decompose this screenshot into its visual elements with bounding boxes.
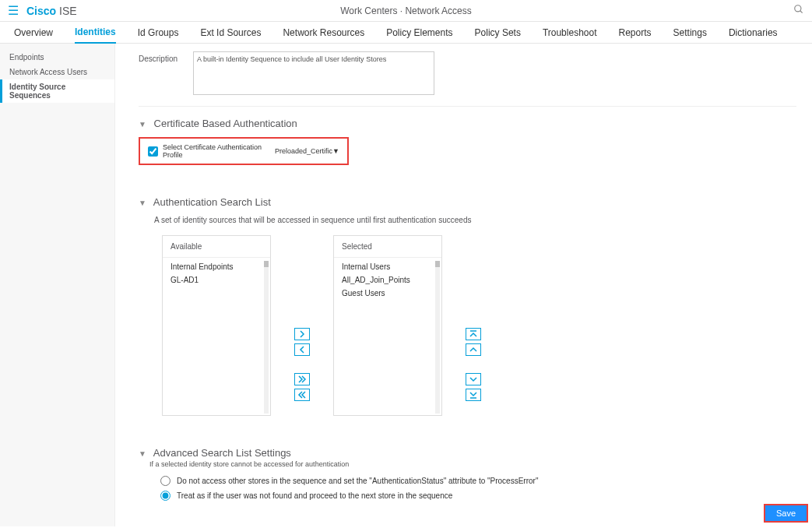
adv-section-title[interactable]: ▼ Advanced Search List Settings xyxy=(139,447,796,459)
tab-policy-sets[interactable]: Policy Sets xyxy=(475,23,521,43)
move-top-button[interactable] xyxy=(466,328,481,340)
save-button[interactable]: Save xyxy=(764,504,808,523)
main-tabs: OverviewIdentitiesId GroupsExt Id Source… xyxy=(0,22,812,44)
available-listbox: Available Internal EndpointsGL-AD1 xyxy=(162,235,271,416)
tab-reports[interactable]: Reports xyxy=(619,23,652,43)
reorder-controls xyxy=(466,235,481,416)
brand: Cisco ISE xyxy=(26,5,77,17)
tab-id-groups[interactable]: Id Groups xyxy=(138,23,179,43)
available-header: Available xyxy=(163,236,270,258)
svg-point-0 xyxy=(795,5,801,12)
move-up-button[interactable] xyxy=(466,343,481,356)
sidebar-item-endpoints[interactable]: Endpoints xyxy=(0,50,114,65)
move-bottom-button[interactable] xyxy=(466,389,481,401)
move-down-button[interactable] xyxy=(466,373,481,385)
sidebar-item-identity-source-sequences[interactable]: Identity Source Sequences xyxy=(0,79,114,103)
list-item[interactable]: Internal Endpoints xyxy=(170,262,262,271)
svg-line-1 xyxy=(800,11,803,13)
sidebar-item-network-access-users[interactable]: Network Access Users xyxy=(0,65,114,79)
auth-section-desc: A set of identity sources that will be a… xyxy=(154,216,796,224)
tab-settings[interactable]: Settings xyxy=(673,23,707,43)
sidebar: EndpointsNetwork Access UsersIdentity So… xyxy=(0,44,115,526)
tab-policy-elements[interactable]: Policy Elements xyxy=(386,23,452,43)
tab-network-resources[interactable]: Network Resources xyxy=(283,23,364,43)
list-item[interactable]: Guest Users xyxy=(342,289,434,297)
adv-option-2-label: Treat as if the user was not found and p… xyxy=(177,491,452,500)
move-all-left-button[interactable] xyxy=(294,389,310,401)
content: Description ▼ Certificate Based Authenti… xyxy=(115,44,812,526)
chevron-down-icon: ▼ xyxy=(332,147,339,155)
auth-section-title[interactable]: ▼ Authentication Search List xyxy=(139,196,796,208)
description-label: Description xyxy=(139,51,193,63)
cert-profile-label: Select Certificate Authentication Profil… xyxy=(163,143,275,159)
chevron-down-icon: ▼ xyxy=(139,449,146,458)
cert-section-title[interactable]: ▼ Certificate Based Authentication xyxy=(139,118,796,129)
search-icon[interactable] xyxy=(793,4,804,17)
list-item[interactable]: GL-AD1 xyxy=(170,276,262,284)
adv-radio-2[interactable] xyxy=(160,491,170,501)
adv-option-1-label: Do not access other stores in the sequen… xyxy=(177,477,538,485)
list-item[interactable]: Internal Users xyxy=(342,262,434,271)
tab-dictionaries[interactable]: Dictionaries xyxy=(729,23,778,43)
brand-ise: ISE xyxy=(59,5,77,17)
chevron-down-icon: ▼ xyxy=(139,199,146,207)
selected-listbox: Selected Internal UsersAll_AD_Join_Point… xyxy=(333,235,442,416)
adv-option-1[interactable]: Do not access other stores in the sequen… xyxy=(160,476,796,486)
adv-section-subtitle: If a selected identity store cannot be a… xyxy=(149,460,796,468)
scrollbar[interactable] xyxy=(264,261,269,414)
move-left-button[interactable] xyxy=(294,343,310,356)
cert-profile-dropdown[interactable]: Preloaded_Certific▼ xyxy=(275,147,339,155)
move-right-button[interactable] xyxy=(294,328,310,340)
hamburger-icon[interactable]: ☰ xyxy=(8,3,19,18)
breadcrumb: Work Centers · Network Access xyxy=(340,5,472,16)
transfer-controls xyxy=(294,235,310,416)
brand-cisco: Cisco xyxy=(26,5,56,17)
scroll-thumb[interactable] xyxy=(264,261,269,267)
cert-auth-box: Select Certificate Authentication Profil… xyxy=(139,137,349,165)
selected-header: Selected xyxy=(334,236,441,258)
scrollbar[interactable] xyxy=(435,261,440,414)
tab-troubleshoot[interactable]: Troubleshoot xyxy=(543,23,597,43)
tab-overview[interactable]: Overview xyxy=(14,23,53,43)
description-textarea[interactable] xyxy=(193,51,434,95)
tab-ext-id-sources[interactable]: Ext Id Sources xyxy=(200,23,261,43)
list-item[interactable]: All_AD_Join_Points xyxy=(342,276,434,284)
adv-radio-1[interactable] xyxy=(160,476,170,486)
move-all-right-button[interactable] xyxy=(294,373,310,385)
chevron-down-icon: ▼ xyxy=(139,120,146,128)
adv-option-2[interactable]: Treat as if the user was not found and p… xyxy=(160,491,796,501)
cert-profile-checkbox[interactable] xyxy=(148,146,158,157)
scroll-thumb[interactable] xyxy=(435,261,440,267)
tab-identities[interactable]: Identities xyxy=(75,22,116,44)
